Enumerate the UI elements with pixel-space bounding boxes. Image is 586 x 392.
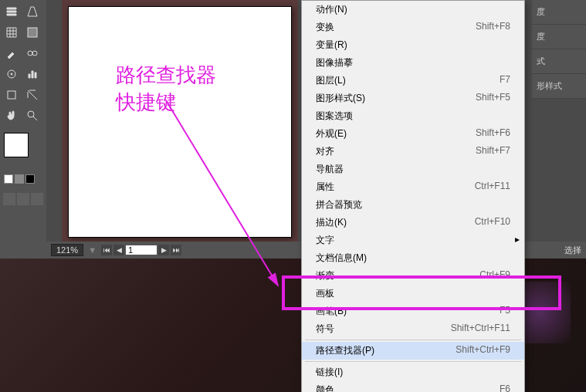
menu-item-23[interactable]: 颜色F6 [302, 381, 524, 392]
menu-item-17[interactable]: 画笔(B)F5 [302, 302, 524, 320]
menu-item-label: 外观(E) [316, 127, 347, 140]
tool-zoom[interactable] [22, 106, 42, 125]
menu-item-5[interactable]: 图形样式(S)Shift+F5 [302, 90, 524, 107]
menu-item-14[interactable]: 文档信息(M) [302, 249, 524, 267]
menu-item-shortcut: Shift+F5 [476, 92, 510, 105]
menu-item-3[interactable]: 图像描摹 [302, 54, 524, 72]
tool-blend[interactable] [22, 43, 42, 63]
menu-item-shortcut: F5 [500, 305, 510, 318]
panel-tab-4[interactable]: 形样式 [532, 74, 586, 99]
menu-item-0[interactable]: 动作(N) [302, 1, 524, 19]
svg-point-1 [28, 51, 32, 56]
submenu-arrow-icon: ▸ [515, 234, 520, 245]
first-page-button[interactable]: ⏮ [101, 245, 112, 255]
color-swatches[interactable] [4, 133, 42, 184]
menu-item-shortcut: Shift+Ctrl+F11 [451, 323, 510, 336]
menu-item-label: 变量(R) [316, 39, 347, 52]
menu-item-18[interactable]: 符号Shift+Ctrl+F11 [302, 320, 524, 338]
mini-swatch-white[interactable] [4, 174, 13, 184]
menu-item-label: 图案选项 [316, 110, 353, 123]
last-page-button[interactable]: ⏭ [171, 245, 181, 255]
fill-swatch[interactable] [4, 133, 29, 157]
menu-item-shortcut: Shift+F6 [476, 127, 510, 140]
menu-item-1[interactable]: 变换Shift+F8 [302, 19, 524, 36]
menu-item-label: 文字 [316, 234, 334, 247]
right-panels: 度 度 式 形样式 [532, 0, 586, 99]
screen-mode-3[interactable] [31, 193, 43, 205]
tool-mesh[interactable] [2, 22, 21, 42]
menu-item-22[interactable]: 链接(I) [302, 363, 524, 381]
zoom-level[interactable]: 121% [51, 244, 83, 256]
tool-graph[interactable] [22, 64, 42, 83]
tool-gradient[interactable] [22, 22, 42, 42]
svg-rect-5 [8, 91, 15, 99]
menu-item-15[interactable]: 渐变Ctrl+F9 [302, 267, 524, 285]
menu-separator [305, 340, 521, 340]
menu-item-label: 符号 [316, 323, 334, 336]
menu-item-4[interactable]: 图层(L)F7 [302, 72, 524, 90]
tool-artboard[interactable] [2, 85, 21, 104]
tool-hand[interactable] [2, 106, 21, 125]
panel-tab-3[interactable]: 式 [532, 49, 586, 74]
svg-point-6 [28, 111, 34, 117]
tools-panel [0, 0, 46, 259]
menu-item-shortcut: Ctrl+F9 [479, 269, 510, 282]
menu-item-shortcut: Ctrl+F10 [475, 216, 510, 229]
menu-item-shortcut: Ctrl+F11 [475, 181, 510, 194]
page-navigator: ⏮ ◀ 1 ▶ ⏭ [101, 245, 181, 255]
panel-tab-2[interactable]: 度 [532, 25, 586, 49]
mini-swatch-gray[interactable] [15, 174, 24, 184]
menu-separator [305, 361, 521, 362]
menu-item-20[interactable]: 路径查找器(P)Shift+Ctrl+F9 [302, 342, 524, 360]
menu-item-12[interactable]: 描边(K)Ctrl+F10 [302, 214, 524, 231]
window-menu: 动作(N)变换Shift+F8变量(R)图像描摹图层(L)F7图形样式(S)Sh… [301, 0, 525, 392]
page-input[interactable]: 1 [126, 245, 157, 255]
prev-page-button[interactable]: ◀ [113, 245, 124, 255]
menu-item-label: 图像描摹 [316, 56, 353, 69]
tool-eyedropper[interactable] [2, 43, 21, 63]
menu-item-label: 拼合器预览 [316, 198, 362, 211]
screen-mode-1[interactable] [3, 193, 15, 205]
menu-item-10[interactable]: 属性Ctrl+F11 [302, 178, 524, 196]
menu-item-label: 画板 [316, 287, 334, 300]
menu-item-label: 图层(L) [316, 74, 346, 87]
tool-symbol[interactable] [2, 64, 21, 83]
menu-item-label: 路径查找器(P) [316, 344, 374, 357]
menu-item-13[interactable]: 文字▸ [302, 231, 524, 249]
menu-item-shortcut: F7 [500, 74, 510, 87]
tool-wrench[interactable] [2, 2, 21, 21]
menu-item-2[interactable]: 变量(R) [302, 36, 524, 54]
panel-tab-1[interactable]: 度 [532, 0, 586, 25]
tool-slice[interactable] [22, 85, 42, 104]
menu-item-16[interactable]: 画板 [302, 285, 524, 302]
menu-item-shortcut: Shift+F8 [476, 21, 510, 34]
menu-item-label: 导航器 [316, 163, 344, 176]
select-label: 选择 [564, 245, 581, 256]
screen-mode-2[interactable] [17, 193, 29, 205]
menu-item-6[interactable]: 图案选项 [302, 107, 524, 125]
svg-point-2 [32, 51, 37, 56]
mini-swatch-black[interactable] [25, 174, 35, 184]
menu-item-label: 描边(K) [316, 216, 347, 229]
menu-item-label: 画笔(B) [316, 305, 347, 318]
menu-item-label: 属性 [316, 181, 334, 194]
menu-item-label: 图形样式(S) [316, 92, 365, 105]
next-page-button[interactable]: ▶ [158, 245, 169, 255]
menu-item-label: 链接(I) [316, 366, 343, 379]
menu-item-label: 颜色 [316, 384, 334, 392]
menu-item-shortcut: Shift+Ctrl+F9 [456, 344, 510, 357]
svg-rect-0 [28, 28, 37, 37]
menu-item-label: 动作(N) [316, 3, 347, 16]
menu-item-8[interactable]: 对齐Shift+F7 [302, 143, 524, 161]
artboard[interactable] [68, 6, 292, 238]
menu-item-11[interactable]: 拼合器预览 [302, 196, 524, 214]
menu-item-label: 变换 [316, 21, 334, 34]
menu-item-7[interactable]: 外观(E)Shift+F6 [302, 125, 524, 143]
tool-perspective[interactable] [22, 2, 42, 21]
menu-item-9[interactable]: 导航器 [302, 161, 524, 178]
menu-item-label: 渐变 [316, 269, 334, 282]
menu-item-label: 对齐 [316, 145, 334, 158]
menu-item-shortcut: F6 [500, 384, 510, 392]
menu-item-label: 文档信息(M) [316, 252, 367, 265]
svg-point-4 [11, 73, 12, 75]
